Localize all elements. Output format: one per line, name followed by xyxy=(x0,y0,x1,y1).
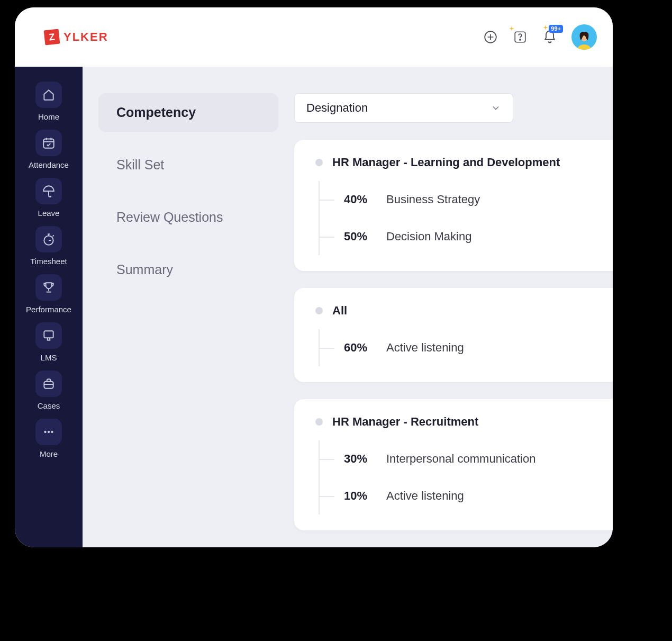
sidebar-item-leave[interactable]: Leave xyxy=(20,178,77,218)
competency-percentage: 60% xyxy=(344,341,378,355)
home-icon xyxy=(42,88,56,102)
sidebar-item-timesheet[interactable]: Timesheet xyxy=(20,226,77,266)
sidebar-item-label: LMS xyxy=(41,353,57,362)
competency-group-card: All 60% Active listening xyxy=(294,288,613,382)
more-icon xyxy=(42,425,56,439)
competency-percentage: 50% xyxy=(344,230,378,243)
sidebar-item-cases[interactable]: Cases xyxy=(20,371,77,410)
sidebar-item-label: Performance xyxy=(26,305,71,314)
sidebar-item-label: Timesheet xyxy=(30,257,67,266)
competency-item[interactable]: 50% Decision Making xyxy=(319,218,602,255)
svg-point-23 xyxy=(48,431,50,433)
subnav-competency[interactable]: Competency xyxy=(98,93,278,132)
brand-badge: Z xyxy=(44,29,60,46)
calendar-check-icon xyxy=(42,136,56,150)
help-icon xyxy=(513,30,527,44)
card-title-row: All xyxy=(315,304,602,318)
competency-group-card: HR Manager - Learning and Development 40… xyxy=(294,140,613,271)
stopwatch-icon xyxy=(42,232,56,246)
brand-name: YLKER xyxy=(63,30,108,44)
app-frame: Z YLKER 99+ Home xyxy=(15,7,613,547)
subnav-summary[interactable]: Summary xyxy=(98,250,278,289)
competency-percentage: 40% xyxy=(344,193,378,206)
main-content: Competency Skill Set Review Questions Su… xyxy=(83,67,613,547)
add-button[interactable] xyxy=(483,29,498,45)
help-button[interactable] xyxy=(512,29,528,45)
competency-label: Active listening xyxy=(386,489,464,503)
avatar[interactable] xyxy=(571,24,597,50)
competency-item[interactable]: 30% Interpersonal communication xyxy=(319,440,602,477)
notifications-button[interactable]: 99+ xyxy=(542,29,558,45)
card-title-row: HR Manager - Learning and Development xyxy=(315,156,602,169)
body: Home Attendance Leave Timesheet Performa… xyxy=(15,67,613,547)
subnav: Competency Skill Set Review Questions Su… xyxy=(98,93,278,547)
topbar-actions: 99+ xyxy=(483,24,597,50)
competency-group-card: HR Manager - Recruitment 30% Interperson… xyxy=(294,399,613,530)
avatar-icon xyxy=(574,29,595,50)
card-title-row: HR Manager - Recruitment xyxy=(315,415,602,429)
svg-rect-5 xyxy=(43,139,54,148)
brand-logo[interactable]: Z YLKER xyxy=(44,30,108,44)
bullet-icon xyxy=(315,418,323,426)
trophy-icon xyxy=(42,281,56,294)
presentation-icon xyxy=(42,329,56,342)
competency-item[interactable]: 40% Business Strategy xyxy=(319,181,602,218)
competency-item[interactable]: 60% Active listening xyxy=(319,329,602,366)
competency-label: Decision Making xyxy=(386,230,471,243)
card-title: HR Manager - Recruitment xyxy=(332,415,478,429)
sidebar-item-label: Leave xyxy=(38,209,60,218)
umbrella-icon xyxy=(42,184,56,198)
briefcase-icon xyxy=(42,377,56,391)
sidebar-item-home[interactable]: Home xyxy=(20,82,77,121)
sidebar-item-label: Cases xyxy=(38,401,60,410)
chevron-down-icon xyxy=(491,103,501,113)
sparkle-icon xyxy=(509,26,514,31)
plus-circle-icon xyxy=(484,30,497,44)
bullet-icon xyxy=(315,307,323,314)
competency-label: Active listening xyxy=(386,341,464,355)
card-title: All xyxy=(332,304,347,318)
sidebar-item-lms[interactable]: LMS xyxy=(20,322,77,362)
subnav-skill-set[interactable]: Skill Set xyxy=(98,146,278,184)
card-title: HR Manager - Learning and Development xyxy=(332,156,560,169)
competency-percentage: 30% xyxy=(344,452,378,466)
competency-label: Business Strategy xyxy=(386,193,480,206)
sidebar-item-label: More xyxy=(40,449,58,458)
competency-label: Interpersonal communication xyxy=(386,452,535,466)
designation-dropdown[interactable]: Designation xyxy=(294,93,513,123)
svg-line-14 xyxy=(53,235,54,236)
sidebar-item-more[interactable]: More xyxy=(20,419,77,458)
svg-point-24 xyxy=(51,431,53,433)
competency-percentage: 10% xyxy=(344,489,378,503)
bullet-icon xyxy=(315,159,323,166)
dropdown-selected: Designation xyxy=(306,101,368,115)
sidebar-item-attendance[interactable]: Attendance xyxy=(20,130,77,169)
sparkle-icon xyxy=(543,25,548,30)
sidebar-item-performance[interactable]: Performance xyxy=(20,274,77,314)
content-area: Designation HR Manager - Learning and De… xyxy=(278,93,613,547)
notification-badge: 99+ xyxy=(549,25,563,33)
competency-item[interactable]: 10% Active listening xyxy=(319,477,602,514)
topbar: Z YLKER 99+ xyxy=(15,7,613,67)
svg-rect-20 xyxy=(44,382,53,389)
svg-point-4 xyxy=(520,39,521,40)
svg-point-22 xyxy=(44,431,46,433)
sidebar: Home Attendance Leave Timesheet Performa… xyxy=(15,67,83,547)
sidebar-item-label: Home xyxy=(38,112,59,121)
subnav-review-questions[interactable]: Review Questions xyxy=(98,198,278,237)
sidebar-item-label: Attendance xyxy=(29,160,69,169)
svg-rect-16 xyxy=(44,331,53,338)
